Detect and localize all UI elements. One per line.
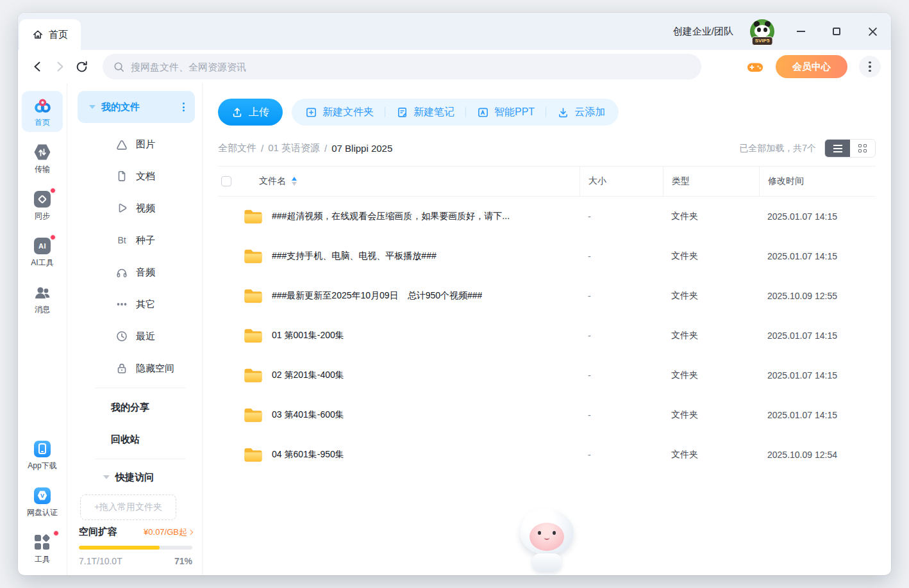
table-row[interactable]: ###超清视频，在线观看会压缩画质，如果要画质好，请下... - 文件夹 202… [218,197,876,236]
rail-item-verify[interactable]: V 网盘认证 [22,481,63,522]
bt-icon: Bt [115,233,129,247]
select-all-checkbox[interactable] [221,176,231,186]
create-team-link[interactable]: 创建企业/团队 [673,26,733,38]
collapse-arrow-icon [89,105,96,109]
column-header-name[interactable]: 文件名 [244,167,580,196]
storage-progress-bar [79,546,192,550]
file-name: 02 第201集-400集 [272,370,344,381]
refresh-button[interactable] [71,56,92,78]
collapse-arrow-icon [103,475,110,479]
maximize-button[interactable] [827,22,846,41]
sidebar-label: 隐藏空间 [136,363,174,375]
lock-icon [115,361,129,375]
file-type: 文件夹 [663,330,759,341]
back-button[interactable] [27,56,49,78]
rail-item-ai-tools[interactable]: AI AI工具 [22,231,63,272]
sidebar-item-images[interactable]: 图片 [78,128,195,160]
home-icon [32,29,44,40]
grid-view-button[interactable] [850,140,875,157]
breadcrumb-item[interactable]: 全部文件 [218,142,256,154]
upload-button[interactable]: 上传 [218,99,283,126]
sidebar-item-hidden-space[interactable]: 隐藏空间 [78,352,195,384]
vip-center-button[interactable]: 会员中心 [776,55,847,78]
sidebar-item-my-files[interactable]: 我的文件 [78,91,195,123]
close-icon [868,27,878,37]
new-note-button[interactable]: 新建笔记 [385,99,465,126]
smart-ppt-button[interactable]: 智能PPT [466,99,546,126]
file-name: 04 第601集-950集 [272,449,344,461]
rail-item-app-download[interactable]: App下载 [22,434,63,475]
sidebar-label: 图片 [136,138,155,151]
table-row[interactable]: 03 第401集-600集 - 文件夹 2025.01.07 14:15 [218,395,876,435]
folder-icon [244,368,263,384]
smart-ppt-icon [477,106,489,118]
assistant-mascot[interactable] [512,509,582,571]
file-type: 文件夹 [663,211,759,222]
rail-label: AI工具 [31,257,53,268]
table-row[interactable]: 04 第601集-950集 - 文件夹 2025.10.09 12:54 [218,435,876,475]
user-avatar[interactable]: SVIP5 [750,19,774,44]
column-header-modified[interactable]: 修改时间 [759,167,876,196]
table-row[interactable]: 02 第201集-400集 - 文件夹 2025.01.07 14:15 [218,355,876,395]
sidebar-item-recent[interactable]: 最近 [78,320,195,352]
sort-icon[interactable] [292,177,297,186]
mascot-face [530,523,564,551]
close-button[interactable] [863,22,882,41]
pin-folder-drop-zone[interactable]: +拖入常用文件夹 [80,494,176,520]
panda-eye-icon [763,28,767,32]
cloud-add-icon [557,106,569,118]
sidebar-item-others[interactable]: 其它 [78,288,195,320]
breadcrumb-item[interactable]: 01 英语资源 [268,142,320,154]
view-toggle [824,139,876,158]
cloud-add-button[interactable]: 云添加 [546,99,616,126]
column-header-type[interactable]: 类型 [663,167,759,196]
sidebar-item-torrents[interactable]: Bt 种子 [78,224,195,256]
rail-item-sync[interactable]: 同步 [22,184,63,225]
file-type: 文件夹 [663,290,759,302]
content-area: 上传 新建文件夹 新建笔记 智能PPT [203,83,891,575]
forward-button[interactable] [49,56,71,78]
new-folder-button[interactable]: 新建文件夹 [294,99,385,126]
table-row[interactable]: 01 第001集-200集 - 文件夹 2025.01.07 14:15 [218,316,876,355]
mascot-body [532,553,562,571]
netdisk-verify-icon: V [34,487,51,504]
notification-dot [50,188,56,193]
sidebar-item-audio[interactable]: 音频 [78,256,195,288]
file-modified: 2025.01.07 14:15 [759,331,876,341]
storage-expand-label: 空间扩容 [79,526,117,538]
file-name: ###支持手机、电脑、电视、平板播放### [272,250,437,262]
search-input[interactable] [131,61,691,72]
storage-upgrade-link[interactable]: ¥0.07/GB起 [144,527,192,538]
mascot-head [520,509,574,555]
game-center-button[interactable] [746,59,764,74]
quick-access-header[interactable]: 快捷访问 [78,462,195,492]
sidebar-item-documents[interactable]: 文档 [78,160,195,192]
rail-item-messages[interactable]: 消息 [22,278,63,319]
rail-item-transfer[interactable]: 传输 [22,138,63,179]
file-modified: 2025.01.07 14:15 [759,410,876,420]
list-view-button[interactable] [825,140,850,157]
file-size: - [580,291,663,301]
column-header-size[interactable]: 大小 [580,167,663,196]
more-menu-button[interactable] [859,56,881,78]
file-name: 03 第401集-600集 [272,409,344,421]
breadcrumb-item-current: 07 Blippi 2025 [331,143,392,154]
rail-label: 首页 [35,117,50,128]
rail-item-home[interactable]: 首页 [22,91,63,132]
tab-home[interactable]: 首页 [19,19,81,50]
my-files-menu-icon[interactable] [180,100,187,114]
search-bar [103,54,701,79]
table-row[interactable]: ###最新更新至2025年10月09日 总计950个视频### - 文件夹 20… [218,276,876,316]
search-icon [113,61,125,73]
table-row[interactable]: ###支持手机、电脑、电视、平板播放### - 文件夹 2025.01.07 1… [218,236,876,276]
sidebar-item-my-shares[interactable]: 我的分享 [78,391,195,423]
rail-label: App下载 [28,461,56,471]
minimize-button[interactable] [791,22,810,41]
toolbar: 上传 新建文件夹 新建笔记 智能PPT [218,99,876,126]
panda-eye-icon [757,28,761,32]
sidebar-item-videos[interactable]: 视频 [78,192,195,224]
tab-home-label: 首页 [49,29,68,41]
storage-percent-text: 71% [174,556,192,566]
rail-item-tools[interactable]: 工具 [22,528,63,569]
sidebar-item-recycle-bin[interactable]: 回收站 [78,423,195,455]
